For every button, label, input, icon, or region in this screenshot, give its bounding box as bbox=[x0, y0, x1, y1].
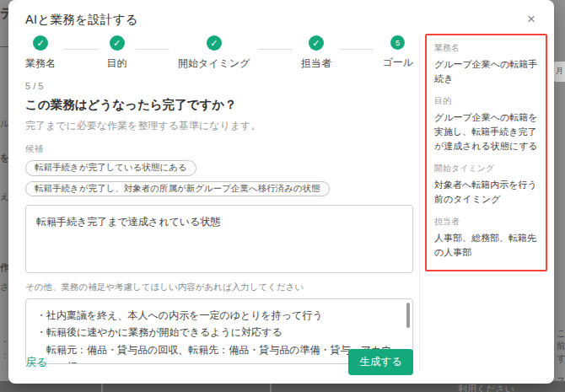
summary-label: 目的 bbox=[434, 95, 538, 107]
step-kaishi-timing[interactable]: ✓ 開始タイミング bbox=[178, 35, 250, 71]
step-label: 開始タイミング bbox=[178, 56, 250, 71]
generate-button[interactable]: 生成する bbox=[348, 349, 413, 375]
step-connector bbox=[340, 49, 374, 50]
close-icon[interactable]: × bbox=[522, 10, 541, 29]
summary-panel-highlighted: 業務名 グループ企業への転籍手続き 目的 グループ企業への転籍を実施し、転籍手続… bbox=[425, 34, 547, 271]
step-connector bbox=[64, 49, 99, 50]
summary-value: 対象者へ転籍内示を行う前のタイミング bbox=[434, 178, 538, 207]
bg-right-fragment: こ bbox=[557, 327, 565, 340]
summary-label: 担当者 bbox=[434, 216, 538, 228]
dialog-footer: 戻る 生成する bbox=[25, 349, 413, 375]
design-work-dialog: AIと業務を設計する × ✓ 業務名 ✓ 目的 ✓ 開始タイミング ✓ 担当者 … bbox=[8, 0, 554, 384]
step-mokuteki[interactable]: ✓ 目的 bbox=[107, 35, 127, 71]
dialog-title: AIと業務を設計する bbox=[25, 12, 138, 28]
bg-right-fragment: 前 bbox=[557, 340, 565, 352]
check-icon: ✓ bbox=[309, 35, 324, 51]
summary-label: 業務名 bbox=[434, 42, 538, 54]
goal-answer-input[interactable]: 転籍手続き完了まで達成されている状態 bbox=[25, 205, 413, 273]
question-description: 完了までに必要な作業を整理する基準になります。 bbox=[25, 119, 413, 133]
summary-label: 開始タイミング bbox=[434, 163, 538, 175]
bg-right-box: 月 bbox=[554, 62, 565, 82]
check-icon: ✓ bbox=[110, 35, 125, 51]
check-icon: ✓ bbox=[207, 35, 222, 51]
summary-value: 人事部、総務部、転籍先の人事部 bbox=[434, 231, 538, 260]
step-label: 業務名 bbox=[25, 56, 56, 71]
check-icon: ✓ bbox=[33, 35, 48, 51]
scrollbar-thumb[interactable] bbox=[406, 303, 410, 328]
vertical-divider bbox=[419, 35, 420, 371]
back-button[interactable]: 戻る bbox=[25, 355, 47, 370]
step-connector bbox=[136, 49, 170, 50]
step-progress: 5 / 5 bbox=[25, 81, 413, 91]
step-connector bbox=[258, 49, 293, 50]
summary-value: グループ企業への転籍を実施し、転籍手続き完了が達成される状態にする bbox=[434, 110, 538, 153]
question-heading: この業務はどうなったら完了ですか？ bbox=[25, 97, 413, 113]
step-label: 担当者 bbox=[301, 56, 331, 71]
step-gyoumumei[interactable]: ✓ 業務名 bbox=[25, 35, 56, 71]
bg-right-fragment: す bbox=[557, 352, 565, 365]
summary-value: グループ企業への転籍手続き bbox=[434, 57, 538, 86]
candidate-chips: 転籍手続きが完了している状態にある 転籍手続きが完了し、対象者の所属が新グループ… bbox=[25, 155, 413, 196]
bg-bottom-text: 利用ください bbox=[458, 383, 514, 392]
candidate-chip[interactable]: 転籍手続きが完了し、対象者の所属が新グループ企業へ移行済みの状態 bbox=[25, 181, 330, 197]
form-area: 5 / 5 この業務はどうなったら完了ですか？ 完了までに必要な作業を整理する基… bbox=[25, 81, 413, 364]
step-tantousha[interactable]: ✓ 担当者 bbox=[301, 35, 331, 71]
step-goal-current[interactable]: 5 ゴール bbox=[382, 35, 413, 70]
stepper: ✓ 業務名 ✓ 目的 ✓ 開始タイミング ✓ 担当者 5 ゴール bbox=[25, 35, 413, 71]
step-label: ゴール bbox=[382, 56, 413, 70]
step-label: 目的 bbox=[107, 56, 127, 71]
step-number-icon: 5 bbox=[390, 35, 405, 50]
notes-label: その他、業務の補足や考慮してほしい内容があれば入力してください bbox=[25, 282, 413, 293]
candidates-label: 候補 bbox=[25, 143, 413, 155]
candidate-chip[interactable]: 転籍手続きが完了している状態にある bbox=[25, 160, 196, 176]
